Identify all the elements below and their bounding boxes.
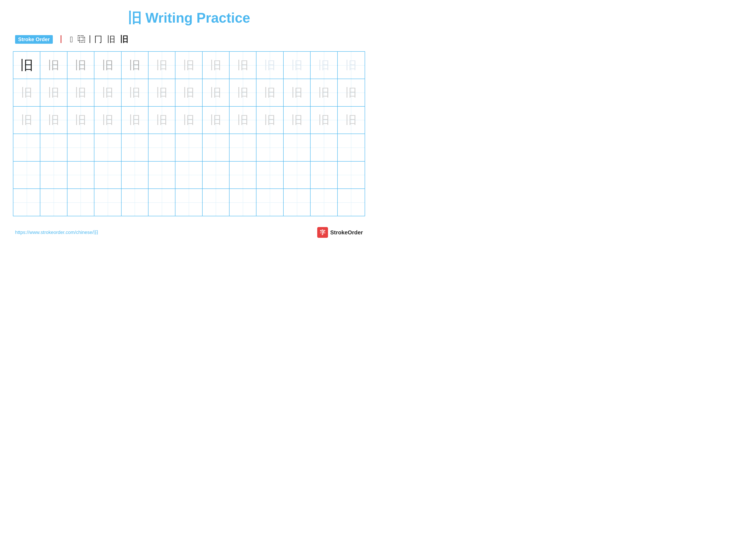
grid-cell[interactable] [14, 189, 40, 216]
grid-row-3[interactable] [14, 134, 364, 161]
grid-cell[interactable]: 旧 [176, 52, 202, 79]
footer: https://www.strokeorder.com/chinese/旧 字 … [13, 227, 365, 238]
grid-cell[interactable] [338, 162, 364, 189]
grid-cell[interactable]: 旧 [14, 79, 40, 106]
stroke-steps: 丨 𠃌 ⿻丨冂 旧 旧 [57, 34, 128, 45]
stroke-step-1: 丨 [57, 34, 65, 45]
grid-cell[interactable] [230, 134, 256, 161]
grid-cell[interactable]: 旧 [256, 52, 284, 79]
grid-cell[interactable]: 旧 [284, 79, 310, 106]
grid-cell[interactable] [338, 189, 364, 216]
grid-cell[interactable] [256, 189, 284, 216]
grid-cell[interactable]: 旧 [310, 79, 338, 106]
grid-cell[interactable] [310, 162, 338, 189]
grid-cell[interactable]: 旧 [202, 107, 230, 134]
cell-character: 旧 [318, 85, 330, 100]
grid-cell[interactable] [14, 162, 40, 189]
grid-cell[interactable]: 旧 [94, 79, 121, 106]
grid-cell[interactable]: 旧 [284, 52, 310, 79]
grid-cell[interactable] [202, 162, 230, 189]
footer-url[interactable]: https://www.strokeorder.com/chinese/旧 [15, 229, 98, 236]
grid-cell[interactable]: 旧 [284, 107, 310, 134]
grid-cell[interactable] [256, 162, 284, 189]
stroke-order-badge: Stroke Order [15, 35, 53, 44]
grid-cell[interactable] [148, 189, 176, 216]
cell-character: 旧 [237, 85, 249, 100]
grid-cell[interactable] [122, 134, 148, 161]
grid-cell[interactable] [14, 134, 40, 161]
grid-cell[interactable] [284, 189, 310, 216]
grid-cell[interactable]: 旧 [310, 52, 338, 79]
grid-cell[interactable] [230, 189, 256, 216]
grid-cell[interactable]: 旧 [338, 52, 364, 79]
grid-cell[interactable]: 旧 [338, 107, 364, 134]
grid-cell[interactable] [94, 162, 121, 189]
grid-cell[interactable] [94, 189, 121, 216]
grid-row-5[interactable] [14, 189, 364, 216]
cell-character: 旧 [102, 85, 113, 100]
grid-cell[interactable]: 旧 [256, 79, 284, 106]
grid-cell[interactable] [40, 189, 67, 216]
grid-cell[interactable] [68, 134, 94, 161]
grid-cell[interactable] [310, 189, 338, 216]
grid-cell[interactable]: 旧 [14, 52, 40, 79]
grid-cell[interactable] [284, 162, 310, 189]
cell-character: 旧 [264, 58, 275, 73]
grid-cell[interactable]: 旧 [122, 79, 148, 106]
grid-cell[interactable] [256, 134, 284, 161]
grid-cell[interactable]: 旧 [148, 52, 176, 79]
grid-cell[interactable]: 旧 [40, 107, 67, 134]
grid-cell[interactable] [176, 134, 202, 161]
grid-cell[interactable]: 旧 [122, 52, 148, 79]
grid-cell[interactable]: 旧 [338, 79, 364, 106]
grid-cell[interactable] [148, 134, 176, 161]
grid-cell[interactable]: 旧 [40, 79, 67, 106]
logo-text: StrokeOrder [330, 229, 363, 236]
grid-cell[interactable]: 旧 [148, 107, 176, 134]
grid-row-1[interactable]: 旧旧旧旧旧旧旧旧旧旧旧旧旧 [14, 79, 364, 106]
grid-row-2[interactable]: 旧旧旧旧旧旧旧旧旧旧旧旧旧 [14, 107, 364, 134]
grid-cell[interactable] [176, 162, 202, 189]
grid-cell[interactable] [122, 162, 148, 189]
stroke-step-4: 旧 [107, 34, 115, 45]
grid-cell[interactable]: 旧 [202, 52, 230, 79]
grid-cell[interactable]: 旧 [40, 52, 67, 79]
cell-character: 旧 [237, 58, 249, 73]
cell-character: 旧 [75, 58, 86, 73]
cell-character: 旧 [102, 58, 113, 73]
grid-cell[interactable]: 旧 [94, 52, 121, 79]
grid-row-0[interactable]: 旧旧旧旧旧旧旧旧旧旧旧旧旧 [14, 52, 364, 79]
grid-cell[interactable]: 旧 [230, 52, 256, 79]
cell-character: 旧 [21, 113, 32, 128]
grid-cell[interactable]: 旧 [256, 107, 284, 134]
grid-cell[interactable]: 旧 [230, 107, 256, 134]
grid-cell[interactable]: 旧 [176, 79, 202, 106]
grid-cell[interactable] [94, 134, 121, 161]
grid-cell[interactable] [40, 134, 67, 161]
grid-cell[interactable]: 旧 [176, 107, 202, 134]
grid-cell[interactable]: 旧 [68, 52, 94, 79]
grid-cell[interactable] [202, 189, 230, 216]
grid-cell[interactable] [202, 134, 230, 161]
grid-cell[interactable]: 旧 [68, 107, 94, 134]
grid-cell[interactable]: 旧 [122, 107, 148, 134]
grid-cell[interactable]: 旧 [68, 79, 94, 106]
grid-cell[interactable]: 旧 [94, 107, 121, 134]
grid-cell[interactable]: 旧 [148, 79, 176, 106]
cell-character: 旧 [345, 113, 357, 128]
grid-cell[interactable] [338, 134, 364, 161]
grid-row-4[interactable] [14, 162, 364, 189]
grid-cell[interactable] [284, 134, 310, 161]
grid-cell[interactable] [68, 189, 94, 216]
grid-cell[interactable]: 旧 [230, 79, 256, 106]
grid-cell[interactable] [148, 162, 176, 189]
grid-cell[interactable] [176, 189, 202, 216]
grid-cell[interactable]: 旧 [202, 79, 230, 106]
grid-cell[interactable] [122, 189, 148, 216]
grid-cell[interactable] [68, 162, 94, 189]
grid-cell[interactable] [310, 134, 338, 161]
grid-cell[interactable] [230, 162, 256, 189]
grid-cell[interactable]: 旧 [14, 107, 40, 134]
grid-cell[interactable]: 旧 [310, 107, 338, 134]
grid-cell[interactable] [40, 162, 67, 189]
